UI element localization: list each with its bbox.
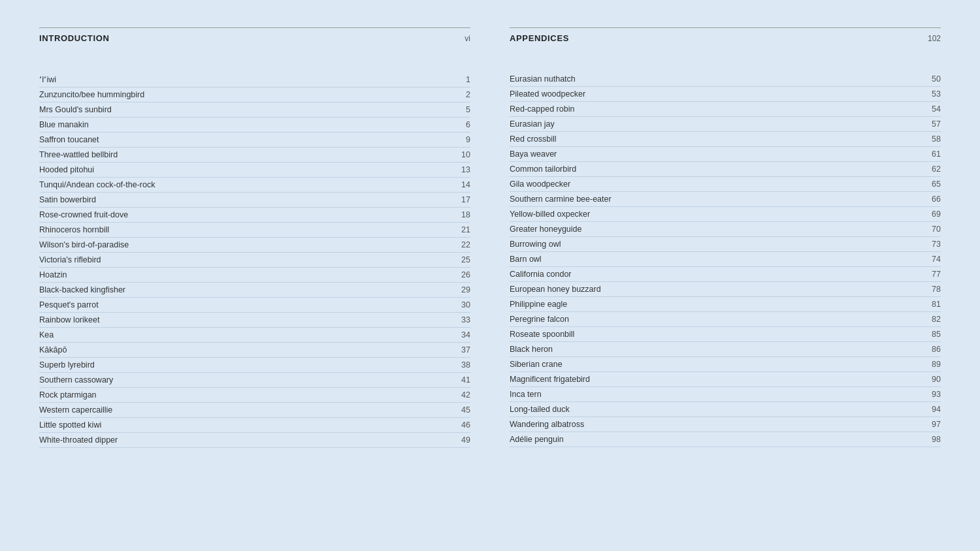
page: INTRODUCTION vi ʻIʻiwi 1 Zunzuncito/bee … — [0, 0, 980, 551]
toc-label: Greater honeyguide — [510, 225, 582, 234]
right-toc-list: Eurasian nuthatch 50 Pileated woodpecker… — [510, 72, 941, 447]
toc-label: California condor — [510, 270, 572, 279]
toc-page: 57 — [932, 119, 941, 129]
toc-page: 22 — [461, 240, 470, 249]
list-item: European honey buzzard 78 — [510, 282, 941, 297]
list-item: Mrs Gould's sunbird 5 — [39, 102, 470, 118]
left-section-title: INTRODUCTION — [39, 33, 109, 43]
toc-label: Baya weaver — [510, 150, 557, 159]
list-item: Roseate spoonbill 85 — [510, 327, 941, 342]
toc-page: 66 — [932, 195, 941, 204]
list-item: Zunzuncito/bee hummingbird 2 — [39, 87, 470, 102]
list-item: Saffron toucanet 9 — [39, 133, 470, 148]
toc-label: Eurasian jay — [510, 119, 555, 129]
toc-label: Satin bowerbird — [39, 195, 96, 204]
toc-label: Pileated woodpecker — [510, 89, 585, 99]
toc-label: Gila woodpecker — [510, 180, 570, 189]
toc-page: 94 — [932, 405, 941, 414]
list-item: Western capercaillie 45 — [39, 403, 470, 418]
toc-label: Mrs Gould's sunbird — [39, 105, 112, 114]
toc-page: 49 — [461, 435, 470, 445]
list-item: Kākāpō 37 — [39, 343, 470, 358]
list-item: Rose-crowned fruit-dove 18 — [39, 208, 470, 223]
toc-label: Rose-crowned fruit-dove — [39, 210, 128, 219]
toc-page: 33 — [461, 315, 470, 324]
toc-label: Black heron — [510, 345, 553, 354]
toc-page: 97 — [932, 420, 941, 429]
list-item: Little spotted kiwi 46 — [39, 418, 470, 433]
toc-label: Rhinoceros hornbill — [39, 225, 109, 234]
toc-label: Long-tailed duck — [510, 405, 570, 414]
toc-page: 50 — [932, 74, 941, 84]
toc-page: 77 — [932, 270, 941, 279]
list-item: Rock ptarmigan 42 — [39, 388, 470, 403]
list-item: Pesquet's parrot 30 — [39, 298, 470, 313]
list-item: Adélie penguin 98 — [510, 432, 941, 447]
toc-label: Western capercaillie — [39, 405, 112, 415]
toc-label: Pesquet's parrot — [39, 300, 99, 309]
toc-page: 89 — [932, 360, 941, 369]
toc-label: White-throated dipper — [39, 435, 118, 445]
toc-page: 93 — [932, 390, 941, 399]
list-item: Red-capped robin 54 — [510, 102, 941, 117]
toc-label: Saffron toucanet — [39, 135, 99, 144]
toc-page: 10 — [461, 150, 470, 159]
toc-page: 41 — [461, 375, 470, 385]
toc-page: 58 — [932, 134, 941, 144]
toc-label: Kākāpō — [39, 345, 67, 354]
toc-page: 14 — [461, 180, 470, 189]
list-item: Satin bowerbird 17 — [39, 193, 470, 208]
list-item: Blue manakin 6 — [39, 118, 470, 133]
toc-label: Victoria's riflebird — [39, 255, 101, 264]
list-item: Philippine eagle 81 — [510, 297, 941, 312]
list-item: Southern cassowary 41 — [39, 373, 470, 388]
toc-page: 30 — [461, 300, 470, 309]
list-item: Peregrine falcon 82 — [510, 312, 941, 327]
right-section-header: APPENDICES 102 — [510, 27, 941, 43]
list-item: Hoatzin 26 — [39, 268, 470, 283]
toc-label: Blue manakin — [39, 120, 89, 129]
list-item: Yellow-billed oxpecker 69 — [510, 207, 941, 222]
list-item: Magnificent frigatebird 90 — [510, 372, 941, 387]
list-item: Victoria's riflebird 25 — [39, 253, 470, 268]
list-item: Common tailorbird 62 — [510, 162, 941, 177]
list-item: Red crossbill 58 — [510, 132, 941, 147]
toc-page: 98 — [932, 435, 941, 444]
toc-page: 54 — [932, 104, 941, 114]
toc-page: 70 — [932, 225, 941, 234]
toc-page: 74 — [932, 255, 941, 264]
list-item: Eurasian nuthatch 50 — [510, 72, 941, 87]
toc-page: 37 — [461, 345, 470, 354]
list-item: Black-backed kingfisher 29 — [39, 283, 470, 298]
right-section-title: APPENDICES — [510, 33, 569, 43]
toc-label: Adélie penguin — [510, 435, 564, 444]
list-item: Tunqui/Andean cock-of-the-rock 14 — [39, 178, 470, 193]
toc-label: European honey buzzard — [510, 285, 601, 294]
left-column: INTRODUCTION vi ʻIʻiwi 1 Zunzuncito/bee … — [39, 27, 470, 524]
toc-page: 86 — [932, 345, 941, 354]
toc-page: 25 — [461, 255, 470, 264]
toc-page: 6 — [466, 120, 470, 129]
toc-label: Wilson's bird-of-paradise — [39, 240, 129, 249]
toc-label: Black-backed kingfisher — [39, 285, 125, 294]
toc-label: Hooded pitohui — [39, 165, 94, 174]
list-item: Rhinoceros hornbill 21 — [39, 223, 470, 238]
toc-label: Burrowing owl — [510, 240, 561, 249]
list-item: Kea 34 — [39, 328, 470, 343]
toc-page: 82 — [932, 315, 941, 324]
toc-page: 13 — [461, 165, 470, 174]
list-item: ʻIʻiwi 1 — [39, 72, 470, 87]
list-item: Wilson's bird-of-paradise 22 — [39, 238, 470, 253]
right-column: APPENDICES 102 Eurasian nuthatch 50 Pile… — [510, 27, 941, 524]
toc-label: Yellow-billed oxpecker — [510, 210, 590, 219]
list-item: Gila woodpecker 65 — [510, 177, 941, 192]
toc-page: 62 — [932, 165, 941, 174]
list-item: Siberian crane 89 — [510, 357, 941, 372]
right-section-page: 102 — [928, 34, 941, 43]
toc-page: 18 — [461, 210, 470, 219]
list-item: Pileated woodpecker 53 — [510, 87, 941, 102]
toc-page: 61 — [932, 150, 941, 159]
toc-label: Siberian crane — [510, 360, 563, 369]
list-item: Baya weaver 61 — [510, 147, 941, 162]
toc-label: Eurasian nuthatch — [510, 74, 576, 84]
